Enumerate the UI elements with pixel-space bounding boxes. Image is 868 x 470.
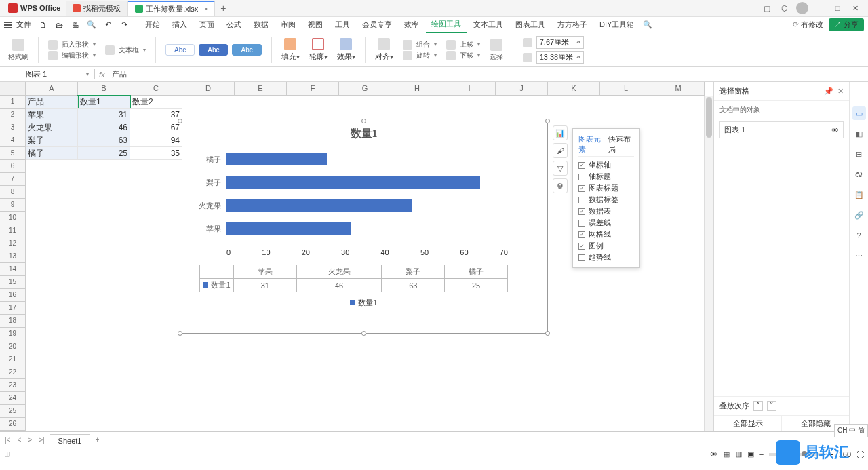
row-header[interactable]: 24 xyxy=(0,392,26,405)
menu-tab-member[interactable]: 会员专享 xyxy=(357,17,397,33)
row-header[interactable]: 11 xyxy=(0,224,26,237)
col-header[interactable]: C xyxy=(130,82,182,96)
row-headers[interactable]: 1234567891011121314151617181920212223242… xyxy=(0,96,26,431)
close-pane-icon[interactable]: ✕ xyxy=(837,87,844,96)
row-header[interactable]: 2 xyxy=(0,109,26,121)
menu-tab-text[interactable]: 文本工具 xyxy=(468,17,509,33)
minimize-button[interactable]: — xyxy=(814,2,826,14)
move-up-button[interactable]: 上移▾ xyxy=(443,40,483,50)
row-header[interactable]: 3 xyxy=(0,121,26,134)
view-read-icon[interactable]: ▣ xyxy=(747,450,754,458)
cell[interactable]: 35 xyxy=(130,147,182,160)
row-header[interactable]: 22 xyxy=(0,366,26,379)
view-page-icon[interactable]: ▥ xyxy=(735,450,742,458)
col-header[interactable]: A xyxy=(26,82,78,96)
row-header[interactable]: 10 xyxy=(0,212,26,224)
name-box[interactable]: 图表 1▾ xyxy=(20,69,95,79)
menu-tab-chart[interactable]: 图表工具 xyxy=(510,17,551,33)
redo-icon[interactable]: ↷ xyxy=(119,20,129,30)
col-header[interactable]: E xyxy=(235,82,287,96)
resize-handle[interactable] xyxy=(361,119,366,123)
select-all-corner[interactable] xyxy=(0,82,26,96)
chart-title[interactable]: 数量1 xyxy=(186,127,542,141)
menu-tab-page[interactable]: 页面 xyxy=(194,17,220,33)
chart-element-option[interactable]: ✓坐标轴 xyxy=(578,159,634,171)
row-header[interactable]: 15 xyxy=(0,276,26,289)
sheet-tab[interactable]: Sheet1 xyxy=(50,434,91,447)
print-icon[interactable]: 🖶 xyxy=(71,20,80,30)
col-header[interactable]: D xyxy=(182,82,235,96)
bar-rect[interactable] xyxy=(226,199,412,212)
bar-rect[interactable] xyxy=(226,222,351,235)
col-header[interactable]: F xyxy=(287,82,339,96)
undo-icon[interactable]: ↶ xyxy=(103,20,113,30)
preview-icon[interactable]: 🔍 xyxy=(87,20,96,30)
checkbox[interactable] xyxy=(578,197,585,203)
row-header[interactable]: 7 xyxy=(0,173,26,186)
eye-icon[interactable]: 👁 xyxy=(831,126,839,134)
doc-tab-workbook[interactable]: 工作簿数量.xlsx • xyxy=(128,1,215,16)
checkbox[interactable] xyxy=(578,174,585,180)
menu-tab-efficiency[interactable]: 效率 xyxy=(399,17,425,33)
new-icon[interactable]: 🗋 xyxy=(38,20,47,30)
window-hex-icon[interactable]: ⬡ xyxy=(778,2,791,14)
chart-element-option[interactable]: 轴标题 xyxy=(578,171,634,182)
row-header[interactable]: 27 xyxy=(0,431,26,431)
sheet-last-icon[interactable]: >| xyxy=(37,436,46,444)
menu-tab-insert[interactable]: 插入 xyxy=(167,17,193,33)
chart-selection[interactable]: 数量1 橘子梨子火龙果苹果 010203040506070 苹果火龙果梨子橘子数… xyxy=(180,121,548,334)
changes-indicator[interactable]: ⟳ 有修改 xyxy=(793,20,823,30)
selection-pane-button[interactable]: 选择 xyxy=(487,39,506,62)
chart-style-button[interactable]: 🖌 xyxy=(553,143,568,158)
checkbox[interactable] xyxy=(578,254,585,261)
vertical-scrollbar[interactable] xyxy=(704,96,713,431)
chart-element-option[interactable]: ✓图表标题 xyxy=(578,182,634,194)
add-sheet-icon[interactable]: + xyxy=(93,436,101,444)
row-header[interactable]: 1 xyxy=(0,96,26,109)
row-header[interactable]: 18 xyxy=(0,315,26,328)
column-headers[interactable]: ABCDEFGHIJKLM xyxy=(26,82,705,96)
object-item[interactable]: 图表 1 👁 xyxy=(719,121,844,138)
row-header[interactable]: 8 xyxy=(0,186,26,199)
row-header[interactable]: 13 xyxy=(0,250,26,263)
row-header[interactable]: 21 xyxy=(0,353,26,366)
ime-indicator[interactable]: CH 中 简 xyxy=(834,424,868,437)
effect-button[interactable]: 效果▾ xyxy=(334,38,358,62)
open-icon[interactable]: 🗁 xyxy=(54,20,64,30)
menu-tab-start[interactable]: 开始 xyxy=(140,17,165,33)
cell[interactable]: 橘子 xyxy=(26,147,78,160)
checkbox[interactable]: ✓ xyxy=(578,231,585,238)
cell[interactable]: 94 xyxy=(130,134,182,147)
chart-elements-button[interactable]: 📊 xyxy=(553,125,568,140)
col-header[interactable]: G xyxy=(339,82,391,96)
resize-handle[interactable] xyxy=(545,119,550,123)
view-grid-icon[interactable]: ▦ xyxy=(723,450,730,458)
zoom-in-icon[interactable]: + xyxy=(829,450,833,458)
menu-tab-review[interactable]: 审阅 xyxy=(275,17,301,33)
checkbox[interactable] xyxy=(578,220,585,227)
checkbox[interactable]: ✓ xyxy=(578,162,585,169)
menu-tab-drawing[interactable]: 绘图工具 xyxy=(426,16,467,33)
window-grid-icon[interactable]: ▢ xyxy=(761,2,773,14)
col-header[interactable]: J xyxy=(496,82,548,96)
maximize-button[interactable]: □ xyxy=(831,2,844,14)
order-down-icon[interactable]: ˅ xyxy=(767,401,776,411)
cell[interactable]: 63 xyxy=(78,134,130,147)
resize-handle[interactable] xyxy=(545,331,550,336)
cell[interactable]: 67 xyxy=(130,121,182,134)
share-button[interactable]: ↗ 分享 xyxy=(829,18,864,31)
col-header[interactable]: K xyxy=(548,82,600,96)
row-header[interactable]: 20 xyxy=(0,340,26,353)
col-header[interactable]: B xyxy=(78,82,130,96)
shape-style-gallery[interactable]: Abc Abc Abc xyxy=(163,44,264,56)
row-header[interactable]: 12 xyxy=(0,237,26,250)
cell[interactable]: 数量1 xyxy=(78,96,130,109)
cell[interactable]: 数量2 xyxy=(130,96,182,109)
col-header[interactable]: H xyxy=(391,82,443,96)
row-header[interactable]: 17 xyxy=(0,302,26,315)
edit-shape-button[interactable]: 编辑形状▾ xyxy=(45,51,98,60)
row-header[interactable]: 4 xyxy=(0,134,26,147)
menu-tab-data[interactable]: 数据 xyxy=(248,17,274,33)
cell[interactable]: 苹果 xyxy=(26,109,78,121)
zoom-slider[interactable] xyxy=(769,453,823,456)
